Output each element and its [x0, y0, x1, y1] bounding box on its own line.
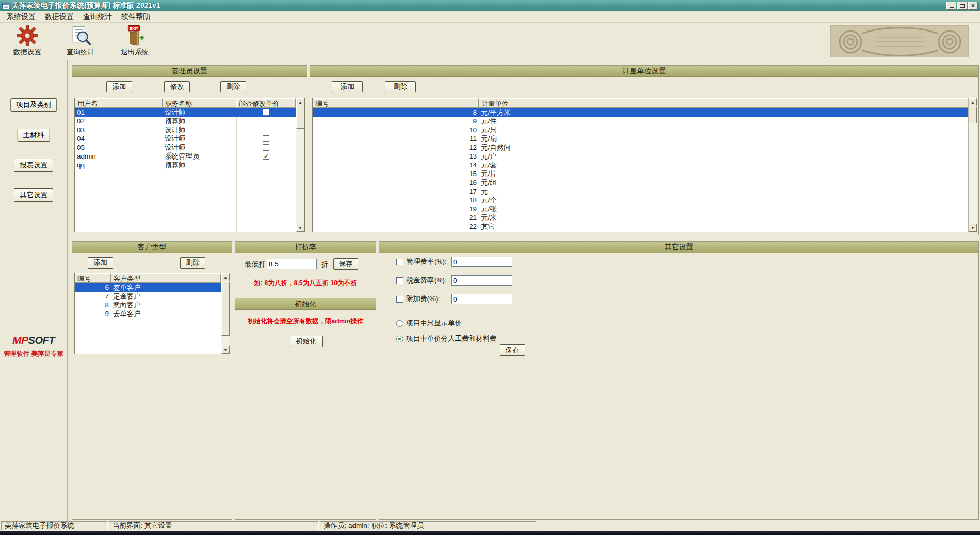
scrollbar-thumb[interactable]	[221, 282, 230, 336]
menu-item-system-settings[interactable]: 系统设置	[2, 11, 40, 23]
toolbar: 数据设置 查询统计 EXIT 退出系统	[0, 23, 980, 60]
unit-add-button[interactable]: 添加	[332, 81, 363, 92]
can-edit-checkbox[interactable]	[263, 127, 269, 133]
customer-row[interactable]: 9 丢单客户	[75, 309, 221, 318]
column-header-id[interactable]: 编号	[313, 98, 479, 108]
column-header-id[interactable]: 编号	[75, 273, 111, 283]
toolbar-query-stats-button[interactable]: 查询统计	[59, 25, 102, 58]
sidebar-item-other-settings[interactable]: 其它设置	[14, 188, 53, 202]
can-edit-checkbox[interactable]	[263, 109, 269, 116]
unit-row[interactable]: 13 元/户	[313, 152, 968, 161]
can-edit-checkbox[interactable]	[263, 162, 269, 168]
radio-option[interactable]: 项目中只显示单价	[396, 318, 497, 328]
column-header-unit[interactable]: 计量单位	[479, 98, 968, 108]
unit-row[interactable]: 17 元	[313, 187, 968, 196]
fee-checkbox[interactable]	[396, 296, 403, 303]
sidebar-item-projects-categories[interactable]: 项目及类别	[10, 98, 57, 112]
status-operator: 操作员: admin; 职位: 系统管理员	[320, 521, 536, 530]
role-cell: 设计师	[163, 134, 236, 143]
user-row[interactable]: 04 设计师	[75, 134, 296, 143]
minimize-button[interactable]	[946, 2, 956, 10]
unit-row[interactable]: 10 元/只	[313, 125, 968, 134]
fee-input[interactable]	[451, 294, 512, 304]
unit-row[interactable]: 21 元/米	[313, 213, 968, 222]
unit-row[interactable]: 12 元/自然间	[313, 143, 968, 152]
scroll-down-icon[interactable]: ▼	[296, 224, 304, 232]
initialize-button[interactable]: 初始化	[290, 336, 323, 347]
fee-input[interactable]	[451, 275, 512, 286]
discount-input[interactable]	[267, 259, 317, 269]
unit-row[interactable]: 22 其它	[313, 222, 968, 231]
scrollbar-thumb[interactable]	[969, 107, 977, 123]
price-display-options: 项目中只显示单价 项目中单价分人工费和材料费	[396, 318, 497, 349]
customer-add-button[interactable]: 添加	[88, 257, 113, 269]
maximize-icon	[960, 4, 965, 8]
fee-row: 税金费率(%):	[396, 275, 512, 286]
column-header-type[interactable]: 客户类型	[111, 273, 221, 283]
sidebar-item-main-materials[interactable]: 主材料	[18, 129, 50, 142]
unit-row[interactable]: 19 元/张	[313, 204, 968, 213]
unit-delete-button[interactable]: 删除	[385, 81, 416, 92]
unit-id-cell: 21	[313, 213, 479, 222]
other-panel-title: 其它设置	[379, 242, 978, 253]
radio-option-label: 项目中只显示单价	[406, 319, 462, 328]
can-edit-checkbox[interactable]	[263, 118, 269, 124]
fee-input[interactable]	[451, 257, 512, 267]
unit-row[interactable]: 11 元/扇	[313, 134, 968, 143]
user-row[interactable]: 01 设计师	[75, 108, 296, 117]
menu-item-help[interactable]: 软件帮助	[117, 11, 155, 23]
can-edit-checkbox[interactable]	[263, 135, 269, 142]
unit-row[interactable]: 14 元/套	[313, 161, 968, 169]
user-row[interactable]: 05 设计师	[75, 143, 296, 152]
customer-row[interactable]: 8 意向客户	[75, 301, 221, 309]
menu-item-data-settings[interactable]: 数据设置	[40, 11, 78, 23]
table-header: 编号 计量单位	[313, 98, 977, 108]
unit-id-cell: 15	[313, 169, 479, 178]
radio-icon[interactable]	[396, 320, 403, 327]
unit-row[interactable]: 15 元/片	[313, 169, 968, 178]
customer-delete-button[interactable]: 删除	[180, 257, 205, 269]
close-button[interactable]: ×	[968, 2, 978, 10]
column-header-username[interactable]: 用户名	[75, 98, 163, 108]
user-row[interactable]: 03 设计师	[75, 125, 296, 134]
other-save-button[interactable]: 保存	[500, 344, 525, 356]
scrollbar-thumb[interactable]	[296, 107, 304, 129]
admin-table-scrollbar[interactable]: ▲ ▼	[296, 98, 304, 232]
unit-row[interactable]: 8 元/平方米	[313, 108, 968, 117]
window-controls: ×	[946, 2, 978, 10]
customer-type-cell: 定金客户	[111, 292, 221, 301]
customer-row[interactable]: 7 定金客户	[75, 292, 221, 301]
admin-delete-button[interactable]: 删除	[220, 81, 246, 92]
unit-row[interactable]: 16 元/组	[313, 178, 968, 187]
can-edit-checkbox[interactable]	[263, 144, 269, 151]
unit-name-cell: 元/张	[479, 204, 968, 213]
scroll-down-icon[interactable]: ▼	[969, 224, 977, 232]
user-row[interactable]: admin 系统管理员	[75, 152, 296, 161]
admin-settings-panel: 管理员设置 添加 修改 删除 用户名 职务名称 能否修改单价 01 设计师 02…	[72, 65, 307, 235]
customer-row[interactable]: 6 签单客户	[75, 283, 221, 292]
unit-row[interactable]: 9 元/件	[313, 117, 968, 125]
scroll-down-icon[interactable]: ▼	[221, 345, 230, 354]
fee-checkbox[interactable]	[396, 277, 403, 284]
maximize-button[interactable]	[957, 2, 967, 10]
radio-option[interactable]: 项目中单价分人工费和材料费	[396, 334, 497, 344]
admin-edit-button[interactable]: 修改	[164, 81, 190, 92]
toolbar-data-settings-button[interactable]: 数据设置	[6, 25, 49, 58]
discount-save-button[interactable]: 保存	[333, 258, 358, 270]
unit-table-scrollbar[interactable]: ▲ ▼	[968, 98, 977, 232]
unit-row[interactable]: 18 元/个	[313, 196, 968, 204]
can-edit-cell	[236, 134, 296, 143]
customer-id-cell: 6	[75, 283, 111, 292]
can-edit-checkbox[interactable]	[263, 153, 269, 160]
toolbar-exit-button[interactable]: EXIT 退出系统	[114, 25, 156, 58]
user-row[interactable]: qq 预算师	[75, 161, 296, 169]
column-header-can-edit[interactable]: 能否修改单价	[236, 98, 296, 108]
fee-checkbox[interactable]	[396, 259, 403, 265]
radio-icon[interactable]	[396, 336, 403, 342]
admin-add-button[interactable]: 添加	[106, 81, 132, 92]
column-header-role[interactable]: 职务名称	[163, 98, 236, 108]
customer-table-scrollbar[interactable]: ▲ ▼	[221, 273, 230, 354]
sidebar-item-report-settings[interactable]: 报表设置	[14, 159, 53, 172]
user-row[interactable]: 02 预算师	[75, 117, 296, 125]
menu-item-query-stats[interactable]: 查询统计	[78, 11, 117, 23]
